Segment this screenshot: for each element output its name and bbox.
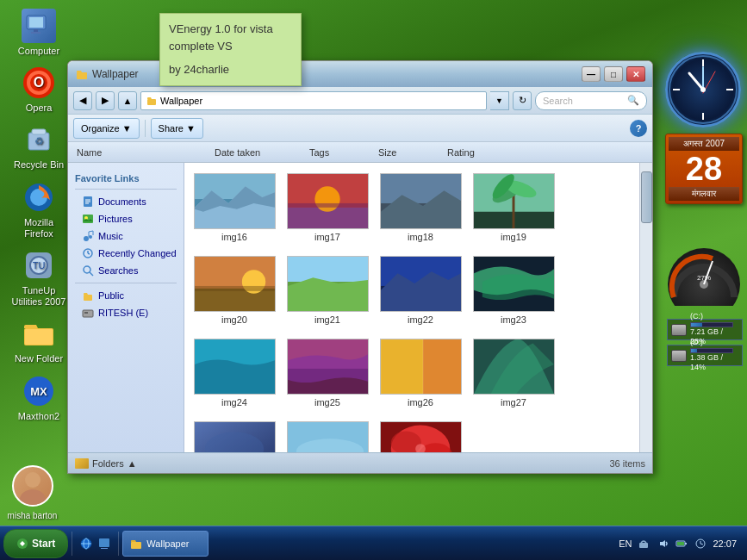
- file-item-img18[interactable]: img18: [377, 170, 464, 246]
- sidebar-item-drive[interactable]: RITESH (E): [68, 304, 184, 321]
- svg-point-43: [89, 235, 92, 239]
- taskbar-folder-icon: [130, 538, 142, 550]
- sidebar-divider2: [75, 283, 177, 283]
- scroll-track[interactable]: [639, 163, 652, 452]
- clock-face: [665, 52, 741, 128]
- sidebar-recently-changed-label: Recently Changed: [98, 248, 177, 258]
- file-name-img20: img20: [221, 314, 247, 325]
- maxthon-label: Maxthon2: [18, 411, 59, 422]
- col-header-name[interactable]: Name: [72, 142, 209, 162]
- toolbar-separator: [145, 120, 146, 137]
- search-bar[interactable]: Search 🔍: [535, 91, 647, 110]
- desktop-icon-firefox[interactable]: Mozilla Firefox: [9, 180, 69, 240]
- search-magnifier-icon: 🔍: [627, 95, 639, 106]
- up-button[interactable]: ▲: [118, 91, 137, 110]
- file-item-img22[interactable]: img22: [377, 252, 464, 328]
- svg-rect-109: [131, 542, 141, 549]
- svg-line-51: [90, 272, 93, 276]
- file-item-img19[interactable]: img19: [470, 170, 557, 246]
- explorer-window-icon: [75, 67, 89, 81]
- tray-network-icon[interactable]: [637, 537, 651, 551]
- file-item-img25[interactable]: img25: [284, 335, 370, 411]
- col-header-tags[interactable]: Tags: [304, 142, 373, 162]
- sidebar-item-recently-changed[interactable]: Recently Changed: [68, 245, 184, 262]
- scroll-thumb[interactable]: [641, 171, 652, 223]
- folders-toggle[interactable]: Folders ▲: [75, 458, 137, 469]
- help-button[interactable]: ?: [630, 120, 647, 137]
- sidebar-item-searches[interactable]: Searches: [68, 262, 184, 279]
- file-item-img23[interactable]: img23: [470, 252, 557, 328]
- nav-bar: ◀ ▶ ▲ Wallpaper ▼ ↻ Search 🔍: [68, 87, 652, 115]
- svg-rect-1: [29, 17, 43, 28]
- sidebar-item-documents[interactable]: Documents: [68, 193, 184, 210]
- taskbar-show-desktop-icon[interactable]: [96, 536, 112, 551]
- file-item-img17[interactable]: img17: [284, 170, 370, 246]
- person-widget[interactable]: misha barton: [4, 465, 60, 521]
- desktop-icon-opera[interactable]: O Opera: [9, 65, 69, 114]
- recycle-label: Recycle Bin: [14, 159, 64, 171]
- file-thumb-img20: [194, 256, 276, 312]
- address-dropdown[interactable]: ▼: [490, 91, 509, 110]
- maxthon-icon: MX: [22, 374, 56, 408]
- file-item-img16[interactable]: img16: [191, 170, 277, 246]
- svg-point-32: [25, 472, 40, 488]
- col-header-size[interactable]: Size: [373, 142, 442, 162]
- file-item-img29[interactable]: img29: [284, 418, 370, 452]
- drive-d-icon: [671, 350, 687, 362]
- file-thumb-img23: [473, 256, 555, 312]
- desktop-icon-computer[interactable]: Computer: [9, 9, 69, 57]
- svg-rect-75: [195, 286, 275, 291]
- taskbar-window-explorer[interactable]: Wallpaper: [122, 531, 209, 557]
- svg-line-117: [700, 544, 703, 544]
- file-item-img21[interactable]: img21: [284, 252, 370, 328]
- share-button[interactable]: Share ▼: [151, 118, 203, 139]
- address-bar[interactable]: Wallpaper: [140, 91, 487, 110]
- svg-rect-16: [25, 329, 53, 345]
- file-thumb-img24: [194, 339, 276, 395]
- file-thumb-img30: [380, 421, 462, 452]
- organize-button[interactable]: Organize ▼: [73, 118, 140, 139]
- organize-label: Organize ▼: [81, 123, 132, 134]
- start-icon: [16, 538, 28, 550]
- taskbar-ie-icon[interactable]: [78, 536, 94, 551]
- col-header-date[interactable]: Date taken: [209, 142, 304, 162]
- desktop-icon-recycle[interactable]: ♻ Recycle Bin: [9, 122, 69, 171]
- tray-battery-icon[interactable]: [675, 537, 688, 551]
- refresh-button[interactable]: ↻: [513, 91, 532, 110]
- taskbar-separator1: [72, 532, 72, 556]
- svg-rect-90: [422, 339, 460, 395]
- explorer-window: Wallpaper — □ ✕ ◀ ▶ ▲ Wallpaper ▼ ↻ Sear…: [67, 60, 653, 474]
- calendar-weekday: मंगलवार: [669, 187, 739, 201]
- file-item-img27[interactable]: img27: [470, 335, 557, 411]
- forward-button[interactable]: ▶: [96, 91, 115, 110]
- drive-d-label: (D:): [690, 338, 738, 348]
- svg-text:27%: 27%: [697, 274, 711, 282]
- person-name: misha barton: [8, 511, 58, 520]
- start-button[interactable]: Start: [3, 529, 68, 558]
- svg-text:♻: ♻: [34, 135, 44, 147]
- desktop-icon-tuneup[interactable]: TU TuneUp Utilities 2007: [9, 248, 69, 308]
- drive-small-icon: [82, 307, 94, 319]
- sidebar-item-public[interactable]: Public: [68, 287, 184, 304]
- minimize-button[interactable]: —: [582, 66, 601, 82]
- back-button[interactable]: ◀: [73, 91, 92, 110]
- file-item-img20[interactable]: img20: [191, 252, 277, 328]
- tray-volume-icon[interactable]: [656, 537, 669, 551]
- file-thumb-img21: [287, 256, 369, 312]
- desktop-icon-folder[interactable]: New Folder: [9, 316, 69, 364]
- file-item-img24[interactable]: img24: [191, 335, 277, 411]
- file-item-img28[interactable]: img28: [191, 418, 277, 452]
- maximize-button[interactable]: □: [604, 66, 623, 82]
- share-label: Share ▼: [159, 123, 196, 134]
- file-item-img30[interactable]: img30: [377, 418, 464, 452]
- desktop-icon-maxthon[interactable]: MX Maxthon2: [9, 374, 69, 422]
- sidebar-item-pictures[interactable]: Pictures: [68, 210, 184, 227]
- clock-widget: [665, 52, 743, 129]
- col-header-rating[interactable]: Rating: [442, 142, 511, 162]
- file-thumb-img16: [194, 173, 276, 229]
- svg-marker-111: [660, 540, 665, 547]
- file-grid-inner: img16 img17: [191, 170, 632, 452]
- sidebar-item-music[interactable]: Music: [68, 227, 184, 245]
- close-button[interactable]: ✕: [626, 66, 645, 82]
- file-item-img26[interactable]: img26: [377, 335, 464, 411]
